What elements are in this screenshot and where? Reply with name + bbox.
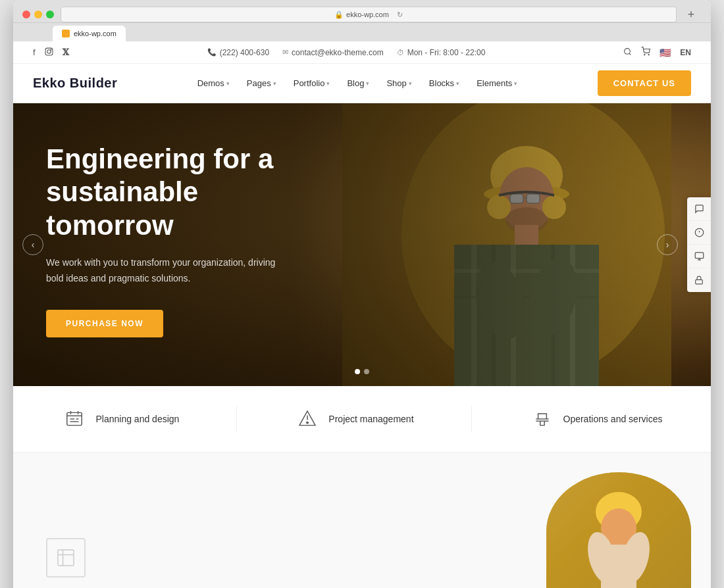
top-bar: f 𝕏 📞 (222) 400-630 ✉ contact@ekko-theme… bbox=[13, 41, 711, 64]
feature-divider-2 bbox=[471, 406, 472, 432]
lock-widget[interactable] bbox=[687, 268, 711, 292]
shop-dropdown-arrow: ▾ bbox=[409, 80, 412, 87]
twitter-icon[interactable]: 𝕏 bbox=[63, 47, 69, 58]
svg-point-2 bbox=[51, 49, 51, 49]
svg-point-45 bbox=[307, 422, 308, 423]
play-widget[interactable] bbox=[687, 245, 711, 268]
planning-label: Planning and design bbox=[95, 414, 179, 424]
tab-favicon bbox=[62, 30, 70, 37]
hero-content: Engineering for a sustainable tomorrow W… bbox=[13, 103, 355, 377]
blocks-dropdown-arrow: ▾ bbox=[456, 80, 459, 87]
portfolio-dropdown-arrow: ▾ bbox=[326, 80, 330, 87]
url-text: ekko-wp.com bbox=[346, 11, 389, 18]
phone-item: 📞 (222) 400-630 bbox=[207, 48, 269, 57]
lower-left bbox=[33, 472, 362, 588]
phone-icon: 📞 bbox=[207, 48, 217, 57]
contact-us-button[interactable]: Contact US bbox=[598, 70, 691, 96]
svg-point-5 bbox=[644, 55, 645, 55]
website-content: f 𝕏 📞 (222) 400-630 ✉ contact@ekko-theme… bbox=[13, 41, 711, 588]
nav-blog[interactable]: Blog ▾ bbox=[340, 73, 376, 93]
nav-pages[interactable]: Pages ▾ bbox=[240, 73, 283, 93]
email-item: ✉ contact@ekko-theme.com bbox=[282, 48, 384, 57]
lower-right bbox=[362, 472, 691, 588]
tab-title: ekko-wp.com bbox=[74, 30, 116, 37]
svg-rect-32 bbox=[695, 253, 704, 258]
nav-portfolio[interactable]: Portfolio ▾ bbox=[287, 73, 337, 93]
lock-icon: 🔒 bbox=[334, 11, 344, 19]
svg-line-4 bbox=[629, 53, 631, 55]
site-logo[interactable]: Ekko Builder bbox=[33, 76, 117, 91]
nav-demos[interactable]: Demos ▾ bbox=[191, 73, 236, 93]
browser-tab-bar: ekko-wp.com bbox=[13, 23, 711, 41]
svg-rect-35 bbox=[696, 280, 703, 283]
email-icon: ✉ bbox=[282, 48, 288, 57]
feature-planning: Planning and design bbox=[61, 406, 179, 432]
browser-tab[interactable]: ekko-wp.com bbox=[53, 26, 126, 41]
hero-subtitle: We work with you to transform your organ… bbox=[46, 255, 283, 287]
slider-dot-2[interactable] bbox=[364, 369, 369, 374]
nav-shop[interactable]: Shop ▾ bbox=[380, 73, 418, 93]
project-label: Project management bbox=[328, 414, 413, 424]
main-navigation: Ekko Builder Demos ▾ Pages ▾ Portfolio ▾… bbox=[13, 64, 711, 103]
email-address: contact@ekko-theme.com bbox=[292, 48, 384, 57]
lower-section bbox=[13, 453, 711, 588]
planning-icon bbox=[61, 406, 88, 432]
top-bar-right: 🇺🇸 EN bbox=[623, 47, 691, 58]
svg-point-6 bbox=[648, 55, 649, 55]
language-label[interactable]: EN bbox=[680, 48, 691, 57]
nav-menu: Demos ▾ Pages ▾ Portfolio ▾ Blog ▾ Shop bbox=[191, 73, 525, 93]
cart-icon[interactable] bbox=[641, 47, 650, 58]
feature-operations: Operations and services bbox=[529, 406, 663, 432]
feature-project: Project management bbox=[294, 406, 413, 432]
business-hours: Mon - Fri: 8:00 - 22:00 bbox=[407, 48, 486, 57]
browser-chrome: 🔒 ekko-wp.com ↻ + bbox=[13, 0, 711, 23]
new-tab-button[interactable]: + bbox=[683, 7, 699, 22]
slider-next-button[interactable]: › bbox=[657, 234, 678, 255]
facebook-icon[interactable]: f bbox=[33, 47, 36, 58]
hours-item: ⏱ Mon - Fri: 8:00 - 22:00 bbox=[397, 48, 486, 57]
slider-dot-1[interactable] bbox=[355, 369, 360, 374]
clock-icon: ⏱ bbox=[397, 49, 404, 57]
browser-window: 🔒 ekko-wp.com ↻ + ekko-wp.com f 𝕏 📞 bbox=[13, 0, 711, 588]
contact-info: 📞 (222) 400-630 ✉ contact@ekko-theme.com… bbox=[207, 48, 486, 57]
hero-section: Engineering for a sustainable tomorrow W… bbox=[13, 103, 711, 386]
svg-point-3 bbox=[625, 48, 631, 54]
lower-decorative-icon bbox=[46, 538, 86, 577]
flag-icon: 🇺🇸 bbox=[659, 47, 671, 58]
elements-dropdown-arrow: ▾ bbox=[514, 80, 517, 87]
operations-label: Operations and services bbox=[563, 414, 663, 424]
slider-prev-button[interactable]: ‹ bbox=[22, 234, 43, 255]
instagram-icon[interactable] bbox=[45, 47, 53, 58]
purchase-now-button[interactable]: Purchase Now bbox=[46, 310, 163, 337]
hero-title: Engineering for a sustainable tomorrow bbox=[46, 143, 323, 242]
browser-dots bbox=[22, 11, 54, 18]
phone-number: (222) 400-630 bbox=[220, 48, 269, 57]
slider-dots bbox=[355, 369, 369, 374]
lower-content bbox=[13, 453, 711, 588]
social-links: f 𝕏 bbox=[33, 47, 69, 58]
nav-elements[interactable]: Elements ▾ bbox=[470, 73, 524, 93]
demos-dropdown-arrow: ▾ bbox=[226, 80, 230, 87]
minimize-dot[interactable] bbox=[34, 11, 42, 18]
feature-divider-1 bbox=[236, 406, 237, 432]
nav-blocks[interactable]: Blocks ▾ bbox=[423, 73, 466, 93]
maximize-dot[interactable] bbox=[46, 11, 54, 18]
side-widgets bbox=[687, 197, 711, 292]
info-widget[interactable] bbox=[687, 221, 711, 245]
refresh-icon[interactable]: ↻ bbox=[397, 11, 403, 19]
chat-widget[interactable] bbox=[687, 197, 711, 221]
search-icon[interactable] bbox=[623, 47, 632, 58]
pages-dropdown-arrow: ▾ bbox=[273, 80, 276, 87]
operations-icon bbox=[529, 406, 556, 432]
lower-worker-image bbox=[546, 472, 691, 588]
blog-dropdown-arrow: ▾ bbox=[366, 80, 369, 87]
svg-rect-48 bbox=[58, 550, 74, 566]
project-icon bbox=[294, 406, 321, 432]
lower-image bbox=[546, 472, 691, 588]
svg-rect-0 bbox=[45, 48, 53, 55]
close-dot[interactable] bbox=[22, 11, 30, 18]
svg-point-1 bbox=[47, 49, 50, 53]
features-bar: Planning and design Project management bbox=[13, 386, 711, 453]
address-bar[interactable]: 🔒 ekko-wp.com ↻ bbox=[61, 7, 677, 22]
